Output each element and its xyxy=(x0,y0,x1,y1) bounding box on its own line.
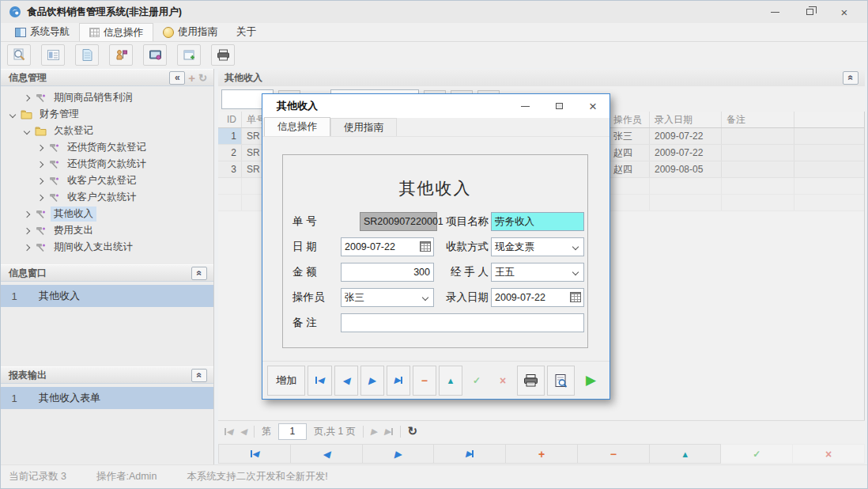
chevron-down-icon xyxy=(572,244,579,250)
date-field[interactable]: 2009-07-22 xyxy=(341,237,434,256)
cancel-button[interactable]: × xyxy=(491,366,515,396)
tree-item-collect-customer-register[interactable]: 收客户欠款登记 xyxy=(1,172,213,189)
col-header-entry-date[interactable]: 录入日期 xyxy=(650,112,722,127)
calendar-icon[interactable] xyxy=(420,241,431,252)
tool-icon xyxy=(48,176,60,186)
close-icon[interactable]: × xyxy=(587,101,598,111)
cell-remark xyxy=(722,161,794,177)
tree-item-period-profit[interactable]: 期间商品销售利润 xyxy=(1,89,213,106)
menu-item-about[interactable]: 关于 xyxy=(227,23,266,41)
entry-date-field[interactable]: 2009-07-22 xyxy=(491,288,584,307)
first-record-button[interactable]: ◀ xyxy=(218,444,291,464)
printer-button[interactable] xyxy=(211,44,235,66)
amount-field[interactable]: 300 xyxy=(341,263,434,282)
new-window-button[interactable] xyxy=(177,44,201,66)
calendar-icon[interactable] xyxy=(570,292,581,302)
edit-record-button[interactable]: ▲ xyxy=(650,444,722,464)
col-header-operator[interactable]: 操作员 xyxy=(609,112,650,127)
windows-panel-header: 信息窗口 « xyxy=(1,264,213,282)
amount-label: 金 额 xyxy=(292,265,338,279)
close-icon[interactable]: × xyxy=(839,7,850,17)
add-icon[interactable]: + xyxy=(188,71,195,85)
report-list-item-other-income-form[interactable]: 1 其他收入表单 xyxy=(1,387,213,409)
cell-operator: 赵四 xyxy=(609,145,650,161)
tree-item-repay-supplier-stats[interactable]: 还供货商欠款统计 xyxy=(1,156,213,172)
operator-select[interactable]: 张三 xyxy=(341,288,434,307)
last-record-button[interactable]: ▶ xyxy=(434,444,506,464)
next-page-icon[interactable]: ▶ xyxy=(371,426,377,437)
menu-item-info-ops[interactable]: 信息操作 xyxy=(79,23,153,41)
next-record-button[interactable]: ▶ xyxy=(363,444,435,464)
tree-label: 期间商品销售利润 xyxy=(51,90,136,105)
run-report-button[interactable]: ▶ xyxy=(577,366,605,396)
add-button[interactable]: 增加 xyxy=(267,366,305,396)
add-record-button[interactable]: + xyxy=(506,444,578,464)
tab-guide[interactable]: 使用指南 xyxy=(330,118,397,136)
main-toolbar xyxy=(1,42,867,68)
minimize-icon[interactable] xyxy=(769,7,780,17)
confirm-button[interactable]: ✓ xyxy=(465,366,489,396)
info-list-button[interactable] xyxy=(41,44,65,66)
search-button[interactable] xyxy=(7,44,31,66)
collapse-up-icon[interactable]: « xyxy=(191,369,207,382)
menu-item-system-nav[interactable]: 系统导航 xyxy=(6,23,79,41)
tool-icon xyxy=(48,192,60,203)
menu-item-guide[interactable]: 使用指南 xyxy=(153,23,227,41)
last-record-button[interactable]: ▶ xyxy=(387,366,410,396)
cancel-button[interactable]: × xyxy=(793,444,865,464)
remark-field[interactable] xyxy=(341,313,584,332)
info-panel-title: 信息管理 xyxy=(9,71,47,85)
date-label: 日 期 xyxy=(292,240,338,254)
handler-select[interactable]: 王五 xyxy=(491,263,584,282)
edit-record-button[interactable]: ▲ xyxy=(439,366,462,396)
tool-icon xyxy=(48,159,60,169)
col-header-remark[interactable]: 备注 xyxy=(722,112,794,127)
tree-item-other-income[interactable]: 其他收入 xyxy=(1,206,213,222)
tree-item-repay-supplier-register[interactable]: 还供货商欠款登记 xyxy=(1,139,213,156)
tree-item-debt-register[interactable]: 欠款登记 xyxy=(1,123,213,139)
print-button[interactable] xyxy=(517,366,545,396)
window-list-item-other-income[interactable]: 1 其他收入 xyxy=(1,285,213,307)
prev-page-icon[interactable]: ◀ xyxy=(240,426,246,437)
collapse-panel-icon[interactable]: « xyxy=(169,71,185,85)
monitor-button[interactable] xyxy=(143,44,167,66)
delete-record-button[interactable]: − xyxy=(413,366,436,396)
confirm-button[interactable]: ✓ xyxy=(721,444,793,464)
tree-item-collect-customer-stats[interactable]: 收客户欠款统计 xyxy=(1,189,213,206)
next-record-button[interactable]: ▶ xyxy=(360,366,384,396)
pay-method-select[interactable]: 现金支票 xyxy=(491,237,584,256)
pay-method-label: 收款方式 xyxy=(446,240,489,254)
document-button[interactable] xyxy=(75,44,99,66)
entry-date-label: 录入日期 xyxy=(446,290,489,305)
first-record-button[interactable]: ◀ xyxy=(308,366,331,396)
print-icon xyxy=(523,373,538,388)
tree-item-period-income-expense[interactable]: 期间收入支出统计 xyxy=(1,239,213,256)
form-heading: 其他收入 xyxy=(283,177,587,199)
page-number-input[interactable]: 1 xyxy=(278,423,307,440)
prev-record-button[interactable]: ◀ xyxy=(334,366,358,396)
prev-record-button[interactable]: ◀ xyxy=(291,444,363,464)
refresh-icon[interactable]: ↻ xyxy=(198,72,207,84)
collapse-up-icon[interactable]: « xyxy=(843,71,859,85)
tree-item-finance[interactable]: 财务管理 xyxy=(1,106,213,123)
tree-item-expense[interactable]: 费用支出 xyxy=(1,222,213,239)
minimize-icon[interactable] xyxy=(519,101,530,111)
tree-label: 欠款登记 xyxy=(51,123,96,138)
maximize-icon[interactable] xyxy=(553,101,564,111)
delete-record-button[interactable]: − xyxy=(578,444,650,464)
project-field[interactable]: 劳务收入 xyxy=(491,212,584,231)
restore-icon[interactable] xyxy=(804,7,815,17)
tab-info-ops[interactable]: 信息操作 xyxy=(264,117,330,136)
menu-label: 系统导航 xyxy=(30,25,70,39)
refresh-icon[interactable]: ↻ xyxy=(408,424,418,438)
chevron-down-icon xyxy=(24,127,30,134)
user-report-button[interactable] xyxy=(109,44,133,66)
first-page-icon[interactable]: ◀ xyxy=(225,427,232,436)
chevron-right-icon xyxy=(37,194,43,200)
col-header-id[interactable]: ID xyxy=(218,112,242,127)
navigation-icon xyxy=(15,28,26,37)
last-page-icon[interactable]: ▶ xyxy=(384,427,392,436)
collapse-up-icon[interactable]: « xyxy=(191,267,207,280)
print-preview-button[interactable] xyxy=(547,366,575,396)
content-header: 其他收入 « xyxy=(218,69,865,86)
